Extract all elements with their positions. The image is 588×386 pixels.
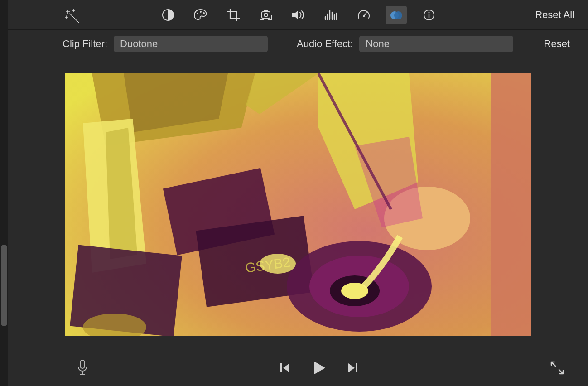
- app-root: Reset All Clip Filter: Duotone Audio Eff…: [0, 0, 588, 386]
- tool-icon-group: [158, 6, 439, 24]
- reset-all-button[interactable]: Reset All: [535, 9, 579, 21]
- color-palette-icon[interactable]: [190, 6, 211, 24]
- play-icon[interactable]: [310, 359, 328, 377]
- svg-point-29: [428, 12, 429, 13]
- volume-icon[interactable]: [288, 6, 309, 24]
- divider: [0, 58, 8, 58]
- svg-point-10: [203, 12, 205, 14]
- svg-marker-60: [314, 362, 325, 374]
- crop-icon[interactable]: [223, 6, 244, 24]
- clip-filter-value: Duotone: [120, 38, 158, 50]
- svg-point-8: [197, 13, 198, 14]
- svg-rect-13: [264, 10, 268, 12]
- filter-row: Clip Filter: Duotone Audio Effect: None …: [8, 30, 588, 58]
- contrast-icon[interactable]: [158, 6, 178, 24]
- preview-area: GSYB2: [8, 58, 588, 350]
- svg-point-12: [264, 13, 268, 17]
- info-icon[interactable]: [419, 6, 439, 24]
- audio-effect-select[interactable]: None: [359, 36, 513, 52]
- scrollbar-thumb[interactable]: [1, 245, 7, 326]
- overlay-icon[interactable]: [386, 6, 407, 24]
- previous-icon[interactable]: [278, 361, 292, 375]
- reset-button[interactable]: Reset: [544, 38, 570, 50]
- clip-filter-label: Clip Filter:: [63, 38, 107, 50]
- svg-line-0: [70, 14, 79, 23]
- svg-point-25: [363, 15, 365, 17]
- left-rail: [0, 0, 8, 386]
- clip-filter-select[interactable]: Duotone: [114, 36, 268, 52]
- playback-bar: [8, 350, 588, 386]
- svg-rect-58: [280, 363, 282, 372]
- svg-point-27: [394, 11, 402, 19]
- video-preview[interactable]: GSYB2: [65, 73, 531, 336]
- svg-marker-61: [348, 363, 355, 372]
- svg-point-54: [260, 254, 296, 274]
- audio-eq-icon[interactable]: [321, 6, 342, 24]
- main-panel: Reset All Clip Filter: Duotone Audio Eff…: [8, 0, 588, 386]
- inspector-toolbar: Reset All: [8, 0, 588, 30]
- stabilize-icon[interactable]: [255, 6, 276, 24]
- svg-rect-55: [80, 360, 85, 368]
- svg-rect-52: [491, 73, 531, 336]
- svg-rect-62: [356, 363, 357, 372]
- next-icon[interactable]: [346, 361, 360, 375]
- voiceover-icon[interactable]: [76, 359, 89, 377]
- transport-controls: [89, 359, 549, 377]
- audio-effect-value: None: [366, 38, 390, 50]
- svg-marker-59: [283, 363, 289, 372]
- magic-wand-icon[interactable]: [63, 7, 82, 25]
- divider: [0, 20, 8, 20]
- fullscreen-icon[interactable]: [549, 360, 565, 376]
- audio-effect-label: Audio Effect:: [297, 38, 353, 50]
- svg-point-9: [200, 11, 202, 13]
- speed-icon[interactable]: [353, 6, 374, 24]
